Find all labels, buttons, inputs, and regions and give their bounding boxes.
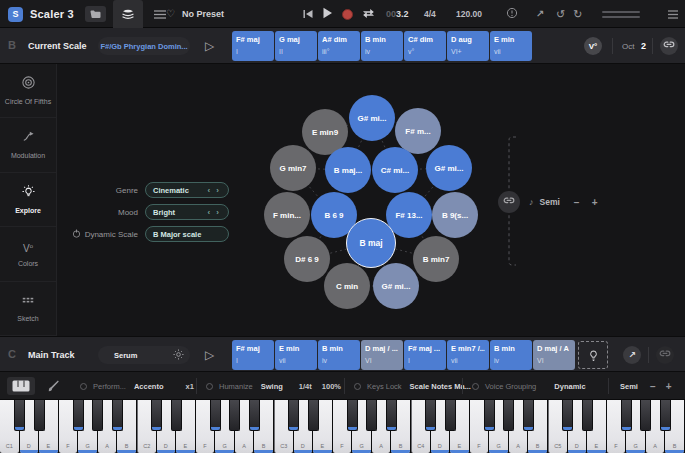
piano-black-key[interactable] (660, 400, 671, 431)
octave-value[interactable]: 2 (641, 41, 646, 51)
view-menu-button[interactable] (154, 5, 166, 23)
piano-black-key[interactable] (151, 400, 162, 431)
scale-name-pill[interactable]: F#/Gb Phrygian Domin... (98, 37, 190, 55)
keyslock-toggle[interactable] (354, 383, 361, 390)
suggest-chord-button[interactable] (578, 341, 608, 369)
keyboard-toggle-button[interactable] (7, 377, 35, 395)
mood-select[interactable]: Bright ‹ › (145, 204, 229, 220)
tempo-value[interactable]: 120.00 (456, 9, 482, 19)
chord-chip[interactable]: C# dimv° (404, 31, 446, 61)
chord-bubble[interactable]: F min... (264, 192, 310, 238)
chord-bubble[interactable]: B 9(s... (432, 192, 478, 238)
semi-plus-button[interactable]: + (666, 381, 672, 392)
chord-bubble[interactable]: C# mi... (372, 147, 418, 193)
piano-black-key[interactable] (562, 400, 573, 431)
chord-chip[interactable]: E minvii (490, 31, 532, 61)
chord-chip[interactable]: B miniv (490, 340, 532, 370)
drag-midi-button[interactable]: ↗ (623, 346, 641, 364)
favorite-heart-icon[interactable]: ♡ (166, 9, 175, 19)
piano-black-key[interactable] (640, 400, 651, 431)
piano-black-key[interactable] (503, 400, 514, 431)
dynamic-scale-select[interactable]: B Major scale (145, 226, 229, 242)
piano-black-key[interactable] (14, 400, 25, 431)
brightness-icon[interactable] (173, 349, 184, 362)
piano-black-key[interactable] (249, 400, 260, 431)
piano-black-key[interactable] (484, 400, 495, 431)
piano-black-key[interactable] (582, 400, 593, 431)
chord-chip[interactable]: A# dimiii° (318, 31, 360, 61)
main-menu-button[interactable] (668, 5, 678, 23)
transpose-mode-label[interactable]: Semi (540, 197, 560, 207)
voicing-button[interactable]: V° (584, 37, 602, 55)
piano-black-key[interactable] (112, 400, 123, 431)
humanize-toggle[interactable] (206, 383, 213, 390)
export-arrow-icon[interactable]: ↗ (536, 9, 544, 19)
redo-icon[interactable]: ↻ (573, 9, 582, 20)
instrument-pill[interactable]: Serum (98, 346, 190, 364)
chord-chip[interactable]: D augVI+ (447, 31, 489, 61)
chord-chip[interactable]: E min7 /...vii (447, 340, 489, 370)
piano-black-key[interactable] (523, 400, 534, 431)
piano-black-key[interactable] (445, 400, 456, 431)
sidebar-item-circle-of-fifths[interactable]: Circle Of Fifths (0, 64, 56, 118)
power-icon[interactable] (72, 229, 81, 240)
sidebar-item-explore[interactable]: Explore (0, 173, 56, 227)
chord-chip[interactable]: G majII (275, 31, 317, 61)
piano-black-key[interactable] (386, 400, 397, 431)
chord-chip[interactable]: F# majI (232, 340, 274, 370)
chord-chip[interactable]: D maj / AVI (533, 340, 575, 370)
play-scale-button[interactable]: ▷ (205, 37, 214, 55)
prev-next-arrows[interactable]: ‹ › (207, 208, 221, 217)
preset-browser-button[interactable] (85, 6, 106, 22)
voice-grouping-toggle[interactable] (472, 383, 479, 390)
keyslock-label[interactable]: Keys Lock (367, 382, 402, 391)
chord-chip[interactable]: F# majI (232, 31, 274, 61)
piano-black-key[interactable] (308, 400, 319, 431)
perform-multiplier[interactable]: x1 (186, 382, 194, 391)
humanize-amount[interactable]: 100% (322, 382, 341, 391)
piano-black-key[interactable] (366, 400, 377, 431)
semi-minus-button[interactable]: − (650, 381, 656, 392)
chord-chip[interactable]: B miniv (318, 340, 360, 370)
play-track-button[interactable]: ▷ (205, 346, 214, 364)
piano-black-key[interactable] (229, 400, 240, 431)
piano-black-key[interactable] (73, 400, 84, 431)
voice-grouping-value[interactable]: Dynamic (554, 382, 585, 391)
time-signature[interactable]: 4/4 (424, 9, 436, 19)
chord-chip[interactable]: E minvii (275, 340, 317, 370)
selected-chord-bubble[interactable]: B maj (346, 218, 396, 268)
chord-chip[interactable]: D maj / ...VI (361, 340, 403, 370)
piano-black-key[interactable] (210, 400, 221, 431)
bind-transpose-link-button[interactable] (498, 191, 520, 213)
prev-next-arrows[interactable]: ‹ › (207, 186, 221, 195)
chord-bubble[interactable]: G# mi... (426, 145, 472, 191)
chord-bubble[interactable]: B maj... (325, 147, 371, 193)
link-button-dimmed[interactable] (656, 346, 674, 364)
chord-bubble[interactable]: B min7 (413, 236, 459, 282)
sidebar-item-modulation[interactable]: Modulation (0, 118, 56, 172)
skip-back-button[interactable] (303, 5, 313, 23)
info-button[interactable] (506, 5, 518, 23)
perform-value[interactable]: Accento (134, 382, 164, 391)
chord-chip[interactable]: B miniv (361, 31, 403, 61)
chord-bubble[interactable]: G min7 (270, 145, 316, 191)
humanize-rate[interactable]: 1/4t (299, 382, 312, 391)
chord-bubble[interactable]: C min (324, 263, 370, 309)
chord-bubble[interactable]: D# 6 9 (284, 236, 330, 282)
humanize-value[interactable]: Swing (261, 382, 283, 391)
semi-label[interactable]: Semi (620, 382, 638, 391)
link-button[interactable] (660, 37, 678, 55)
tab-main-view[interactable] (113, 0, 143, 28)
preset-name[interactable]: No Preset (182, 9, 224, 19)
play-button[interactable] (322, 5, 333, 23)
chord-chip[interactable]: F# maj ...I (404, 340, 446, 370)
articulation-button[interactable] (48, 372, 60, 400)
chord-bubble[interactable]: G# mi... (373, 263, 419, 309)
chord-bubble[interactable]: G# mi... (349, 95, 395, 141)
perform-toggle[interactable] (80, 383, 87, 390)
piano-black-key[interactable] (425, 400, 436, 431)
sidebar-item-colors[interactable]: VoColors (0, 227, 56, 281)
voice-grouping-label[interactable]: Voice Grouping (485, 382, 536, 391)
sidebar-item-sketch[interactable]: Sketch (0, 282, 56, 336)
piano-black-key[interactable] (34, 400, 45, 431)
